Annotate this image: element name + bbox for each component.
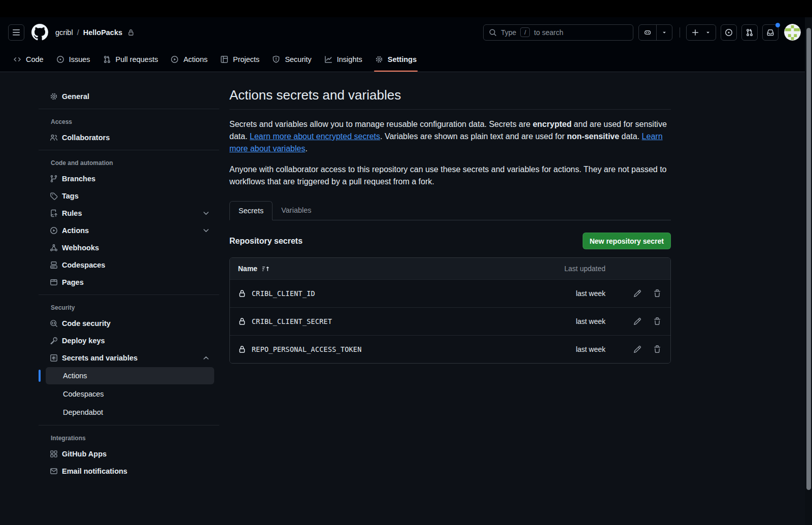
sidebar-item-secrets-and-variables[interactable]: Secrets and variables [46, 350, 214, 366]
sidebar-item-actions[interactable]: Actions [46, 222, 214, 239]
sidebar-subitem-actions[interactable]: Actions [46, 367, 214, 384]
intro-text: . [305, 144, 307, 153]
tab-projects[interactable]: Projects [216, 47, 263, 72]
apps-icon [50, 450, 58, 458]
tab-issues[interactable]: Issues [52, 47, 94, 72]
sidebar-item-label: Webhooks [62, 244, 99, 252]
sidebar-section-code-automation: Code and automation [39, 154, 219, 170]
sidebar-divider [39, 294, 219, 295]
tab-variables[interactable]: Variables [273, 201, 320, 220]
github-logo[interactable] [31, 24, 48, 41]
pencil-icon [633, 289, 641, 298]
delete-secret-button[interactable] [652, 344, 662, 354]
lock-icon [238, 345, 246, 353]
sidebar-item-code-security[interactable]: Code security [46, 315, 214, 332]
slash-key-badge: / [520, 27, 530, 37]
settings-content: Actions secrets and variables Secrets an… [229, 87, 671, 364]
sidebar-item-deploy-keys[interactable]: Deploy keys [46, 333, 214, 349]
tab-code[interactable]: Code [9, 47, 48, 72]
sidebar-item-email-notifications[interactable]: Email notifications [46, 463, 214, 479]
sidebar-item-label: Codespaces [62, 261, 105, 269]
sidebar-item-tags[interactable]: Tags [46, 188, 214, 204]
secrets-table: Name Last updated CRIBL_CLIENT_ID last w… [229, 257, 671, 364]
secrets-table-header: Name Last updated [230, 258, 670, 279]
graph-icon [324, 55, 332, 63]
tab-pull-requests[interactable]: Pull requests [99, 47, 162, 72]
sidebar-item-general[interactable]: General [46, 88, 214, 105]
sidebar-subitem-codespaces[interactable]: Codespaces [46, 385, 214, 403]
breadcrumb-repo[interactable]: HelloPacks [83, 28, 122, 37]
inbox-icon [766, 28, 774, 37]
people-icon [50, 134, 58, 142]
header-actions [686, 24, 779, 41]
sidebar-item-label: Branches [62, 175, 95, 183]
trash-icon [653, 345, 661, 353]
settings-layout: General Access Collaborators Code and au… [0, 72, 812, 480]
sidebar-item-codespaces[interactable]: Codespaces [46, 257, 214, 273]
sidebar-item-label: Email notifications [62, 467, 127, 475]
link-encrypted-secrets[interactable]: Learn more about encrypted secrets [250, 132, 380, 141]
edit-secret-button[interactable] [632, 316, 642, 326]
intro-bold-encrypted: encrypted [533, 120, 571, 128]
tab-actions[interactable]: Actions [166, 47, 212, 72]
sidebar-subitem-label: Codespaces [63, 390, 104, 398]
sidebar-subitem-dependabot[interactable]: Dependabot [46, 404, 214, 421]
edit-secret-button[interactable] [632, 288, 642, 299]
asterisk-box-icon [50, 354, 58, 362]
github-mark-icon [31, 24, 48, 41]
tab-label: Issues [69, 55, 90, 63]
tab-security[interactable]: Security [268, 47, 315, 72]
secret-row: REPO_PERSONAL_ACCESS_TOKEN last week [230, 335, 670, 363]
intro-text: Secrets and variables allow you to manag… [229, 120, 533, 128]
tab-settings[interactable]: Settings [371, 47, 421, 72]
tag-icon [50, 192, 58, 200]
breadcrumb-owner[interactable]: gcribl [55, 28, 73, 37]
inbox-button[interactable] [762, 24, 779, 41]
tab-label: Actions [183, 55, 208, 63]
sidebar-subitem-label: Actions [63, 372, 87, 380]
sidebar-item-collaborators[interactable]: Collaborators [46, 129, 214, 146]
app-header: gcribl / HelloPacks Type / to search [0, 17, 812, 47]
sidebar-item-github-apps[interactable]: GitHub Apps [46, 446, 214, 462]
caret-down-icon [705, 29, 711, 36]
issues-button[interactable] [721, 24, 737, 41]
copilot-button[interactable] [639, 25, 656, 40]
secret-actions [614, 316, 662, 326]
sidebar-item-branches[interactable]: Branches [46, 171, 214, 187]
tab-insights[interactable]: Insights [320, 47, 366, 72]
header-divider [680, 27, 680, 38]
copilot-dropdown-button[interactable] [657, 25, 672, 40]
sidebar-item-webhooks[interactable]: Webhooks [46, 240, 214, 256]
codespaces-icon [50, 261, 58, 269]
edit-secret-button[interactable] [632, 344, 642, 354]
user-avatar[interactable] [784, 24, 801, 41]
secret-name: REPO_PERSONAL_ACCESS_TOKEN [252, 345, 362, 353]
sidebar-item-pages[interactable]: Pages [46, 274, 214, 290]
name-column-sort[interactable]: Name [238, 265, 545, 273]
search-placeholder-post: to search [534, 28, 563, 37]
scrollbar-thumb[interactable] [806, 28, 811, 490]
new-repository-secret-button[interactable]: New repository secret [583, 233, 671, 249]
secrets-variables-tabnav: Secrets Variables [229, 201, 671, 220]
pencil-icon [633, 317, 641, 325]
secret-name-cell: REPO_PERSONAL_ACCESS_TOKEN [238, 345, 545, 353]
intro-text: . Variables are shown as plain text and … [380, 132, 567, 141]
tab-secrets[interactable]: Secrets [229, 201, 273, 220]
search-input[interactable]: Type / to search [483, 24, 633, 41]
gear-icon [375, 55, 383, 63]
sidebar-item-label: Actions [62, 226, 89, 235]
sidebar-item-label: GitHub Apps [62, 450, 107, 458]
global-nav-menu-button[interactable] [8, 24, 24, 41]
secret-name-cell: CRIBL_CLIENT_SECRET [238, 317, 545, 325]
create-new-button[interactable] [687, 25, 704, 40]
delete-secret-button[interactable] [652, 288, 662, 299]
lock-icon [238, 317, 246, 325]
create-new-dropdown-button[interactable] [704, 25, 716, 40]
gear-icon [50, 92, 58, 101]
sidebar-section-access: Access [39, 113, 219, 128]
delete-secret-button[interactable] [652, 316, 662, 326]
repository-secrets-header-row: Repository secrets New repository secret [229, 233, 671, 249]
pull-requests-button[interactable] [741, 24, 758, 41]
sidebar-item-rules[interactable]: Rules [46, 205, 214, 221]
key-icon [50, 337, 58, 345]
